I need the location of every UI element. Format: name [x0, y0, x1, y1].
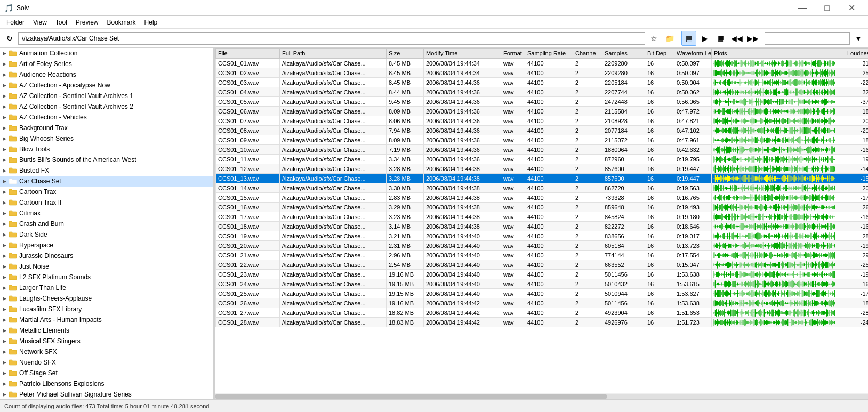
menu-preview[interactable]: Preview [71, 18, 103, 27]
view-next-button[interactable]: ▶▶ [745, 31, 760, 46]
sidebar-item[interactable]: ▶ Busted FX [0, 165, 213, 176]
search-input[interactable] [765, 32, 850, 45]
play-button[interactable]: ▶ [697, 31, 712, 46]
menu-tool[interactable]: Tool [51, 18, 71, 27]
sidebar-item[interactable]: ▶ Musical SFX Stingers [0, 336, 213, 346]
table-row[interactable]: CCS01_12.wav //izakaya/Audio/sfx/Car Cha… [216, 164, 869, 174]
col-header-channels[interactable]: Channe [573, 49, 602, 59]
table-row[interactable]: CCS01_01.wav //izakaya/Audio/sfx/Car Cha… [216, 59, 869, 68]
table-row[interactable]: CCS01_04.wav //izakaya/Audio/sfx/Car Cha… [216, 87, 869, 97]
expand-icon[interactable]: ▶ [0, 294, 9, 303]
horizontal-scroll-area[interactable] [215, 393, 868, 399]
expand-icon[interactable]: ▶ [0, 166, 9, 175]
expand-icon[interactable]: ▶ [0, 284, 9, 292]
col-header-plots[interactable]: Plots [712, 49, 845, 59]
expand-icon[interactable]: ▶ [0, 198, 9, 207]
sidebar-item[interactable]: ▶ Audience Reactions [0, 69, 213, 80]
expand-icon[interactable]: ▶ [0, 369, 9, 377]
expand-icon[interactable]: ▶ [0, 113, 9, 122]
col-header-modtime[interactable]: Modify Time [424, 49, 501, 59]
table-row[interactable]: CCS01_10.wav //izakaya/Audio/sfx/Car Cha… [216, 145, 869, 155]
expand-icon[interactable]: ▶ [0, 49, 9, 58]
expand-icon[interactable]: ▶ [0, 252, 9, 260]
table-row[interactable]: CCS01_05.wav //izakaya/Audio/sfx/Car Cha… [216, 97, 869, 107]
sidebar-item[interactable]: ▶ AZ Collection - Sentinel Vault Archive… [0, 101, 213, 112]
table-row[interactable]: CCS01_17.wav //izakaya/Audio/sfx/Car Cha… [216, 212, 869, 222]
table-row[interactable]: CCS01_28.wav //izakaya/Audio/sfx/Car Cha… [216, 318, 869, 327]
expand-icon[interactable]: ▶ [0, 145, 9, 154]
table-row[interactable]: CCS01_22.wav //izakaya/Audio/sfx/Car Cha… [216, 260, 869, 270]
sidebar-item[interactable]: ▶ Lucasfilm SFX Library [0, 304, 213, 314]
expand-icon[interactable]: ▶ [0, 209, 9, 217]
sidebar-item[interactable]: ▶ Car Chase Set [0, 176, 213, 187]
table-row[interactable]: CCS01_14.wav //izakaya/Audio/sfx/Car Cha… [216, 183, 869, 193]
expand-icon[interactable]: ▶ [0, 156, 9, 164]
table-row[interactable]: CCS01_26.wav //izakaya/Audio/sfx/Car Cha… [216, 298, 869, 308]
table-row[interactable]: CCS01_18.wav //izakaya/Audio/sfx/Car Cha… [216, 222, 869, 231]
table-row[interactable]: CCS01_21.wav //izakaya/Audio/sfx/Car Cha… [216, 251, 869, 260]
table-row[interactable]: CCS01_27.wav //izakaya/Audio/sfx/Car Cha… [216, 308, 869, 318]
expand-icon[interactable]: ▶ [0, 379, 9, 388]
expand-icon[interactable]: ▶ [0, 326, 9, 335]
sidebar-item[interactable]: ▶ Blow Tools [0, 144, 213, 155]
table-row[interactable]: CCS01_15.wav //izakaya/Audio/sfx/Car Cha… [216, 193, 869, 203]
expand-icon[interactable]: ▶ [0, 316, 9, 324]
search-options-button[interactable]: ▼ [851, 31, 866, 46]
col-header-file[interactable]: File [216, 49, 280, 59]
table-row[interactable]: CCS01_06.wav //izakaya/Audio/sfx/Car Cha… [216, 107, 869, 116]
view-list-button[interactable]: ▤ [681, 31, 696, 46]
table-row[interactable]: CCS01_23.wav //izakaya/Audio/sfx/Car Cha… [216, 270, 869, 279]
expand-icon[interactable]: ▶ [0, 390, 9, 399]
col-header-bitdepth[interactable]: Bit Dep [645, 49, 674, 59]
col-header-size[interactable]: Size [387, 49, 424, 59]
expand-icon[interactable]: ▶ [0, 70, 9, 79]
table-row[interactable]: CCS01_07.wav //izakaya/Audio/sfx/Car Cha… [216, 116, 869, 126]
col-header-fullpath[interactable]: Full Path [280, 49, 387, 59]
table-row[interactable]: CCS01_08.wav //izakaya/Audio/sfx/Car Cha… [216, 126, 869, 135]
table-row[interactable]: CCS01_09.wav //izakaya/Audio/sfx/Car Cha… [216, 135, 869, 145]
sidebar-item[interactable]: ▶ Dark Side [0, 229, 213, 240]
expand-icon[interactable]: ▶ [0, 305, 9, 313]
refresh-button[interactable]: ↻ [2, 31, 17, 46]
expand-icon[interactable]: ▶ [0, 348, 9, 356]
table-row[interactable]: CCS01_20.wav //izakaya/Audio/sfx/Car Cha… [216, 241, 869, 251]
maximize-button[interactable]: □ [815, 0, 839, 16]
view-prev-button[interactable]: ◀◀ [729, 31, 744, 46]
expand-icon[interactable]: ▶ [0, 273, 9, 281]
sidebar-item[interactable]: ▶ Citimax [0, 208, 213, 219]
expand-icon[interactable]: ▶ [0, 81, 9, 90]
sidebar-item[interactable]: ▶ Crash and Burn [0, 219, 213, 229]
col-header-samplerate[interactable]: Sampling Rate [525, 49, 573, 59]
expand-icon[interactable]: ▶ [0, 262, 9, 271]
table-row[interactable]: CCS01_03.wav //izakaya/Audio/sfx/Car Cha… [216, 78, 869, 87]
col-header-loudness[interactable]: Loudness [845, 49, 869, 59]
sidebar-item[interactable]: ▶ Hyperspace [0, 240, 213, 251]
expand-icon[interactable]: ▶ [0, 337, 9, 345]
sidebar-item[interactable]: ▶ Cartoon Trax II [0, 197, 213, 208]
sidebar-item[interactable]: ▶ Larger Than Life [0, 282, 213, 293]
sidebar-item[interactable]: ▶ Just Noise [0, 261, 213, 272]
view-detail-button[interactable]: ▦ [713, 31, 728, 46]
table-row[interactable]: CCS01_19.wav //izakaya/Audio/sfx/Car Cha… [216, 231, 869, 241]
sidebar-item[interactable]: ▶ Patricio Libensons Explosions [0, 378, 213, 389]
sidebar-item[interactable]: ▶ Big Whoosh Series [0, 133, 213, 144]
col-header-format[interactable]: Format [501, 49, 525, 59]
close-button[interactable]: ✕ [839, 0, 864, 16]
file-table-wrapper[interactable]: File Full Path Size Modify Time Format S… [215, 48, 868, 393]
expand-icon[interactable]: ▶ [0, 102, 9, 111]
menu-bookmark[interactable]: Bookmark [103, 18, 140, 27]
sidebar-item[interactable]: ▶ AZ Collection - Apocalypse Now [0, 80, 213, 91]
menu-view[interactable]: View [29, 18, 51, 27]
expand-icon[interactable]: ▶ [0, 92, 9, 100]
menu-help[interactable]: Help [140, 18, 162, 27]
table-row[interactable]: CCS01_25.wav //izakaya/Audio/sfx/Car Cha… [216, 289, 869, 298]
col-header-length[interactable]: Waveform Len [674, 49, 712, 59]
sidebar-item[interactable]: ▶ Jurassic Dinosaurs [0, 251, 213, 261]
sidebar-item[interactable]: ▶ Metallic Elements [0, 325, 213, 336]
table-row[interactable]: CCS01_24.wav //izakaya/Audio/sfx/Car Cha… [216, 279, 869, 289]
sidebar-item[interactable]: ▶ Animation Collection [0, 48, 213, 59]
expand-icon[interactable]: ▶ [0, 177, 9, 185]
expand-icon[interactable]: ▶ [0, 241, 9, 249]
star-button[interactable]: ☆ [646, 31, 661, 46]
sidebar-item[interactable]: ▶ Network SFX [0, 346, 213, 357]
